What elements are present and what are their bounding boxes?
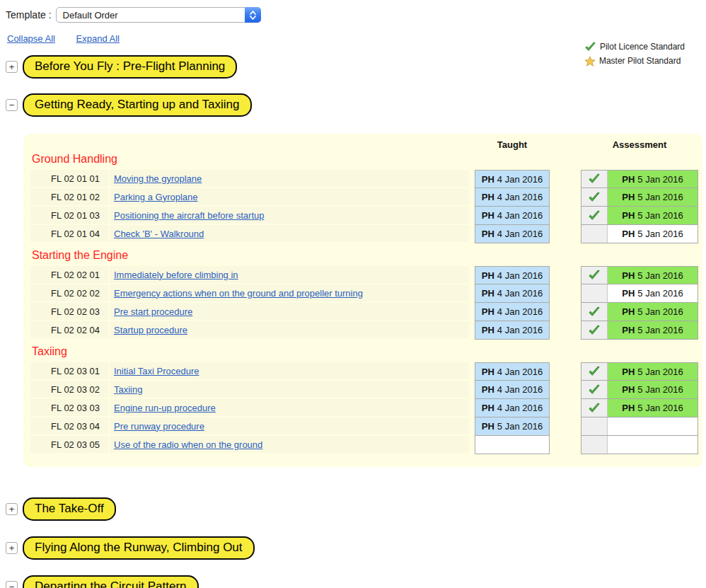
item-link[interactable]: Pre runway procedure: [114, 421, 204, 432]
assessment-check-box[interactable]: [581, 363, 608, 380]
assessment-check-box[interactable]: [581, 436, 608, 454]
green-check-icon: [584, 42, 596, 52]
select-stepper-icon[interactable]: [245, 7, 261, 23]
assessment-date-cell[interactable]: PH5 Jan 2016: [608, 171, 698, 188]
taught-cell[interactable]: PH4 Jan 2016: [475, 321, 550, 340]
item-title-cell: Pre runway procedure: [110, 417, 469, 436]
assessment-date-cell[interactable]: PH5 Jan 2016: [608, 381, 698, 398]
assessment-cell[interactable]: PH5 Jan 2016: [581, 321, 698, 340]
assessment-check-box[interactable]: [581, 207, 608, 224]
assessment-date-cell[interactable]: PH5 Jan 2016: [608, 321, 698, 339]
item-link[interactable]: Startup procedure: [114, 325, 187, 335]
assessment-check-box[interactable]: [581, 399, 608, 417]
assessment-cell[interactable]: PH5 Jan 2016: [581, 224, 698, 243]
assessment-cell[interactable]: PH5 Jan 2016: [581, 398, 698, 417]
assessment-date-cell[interactable]: [608, 417, 698, 435]
table-row: FL 02 02 03 Pre start procedure PH4 Jan …: [30, 303, 702, 321]
collapse-toggle[interactable]: −: [6, 99, 18, 111]
item-title-cell: Use of the radio when on the ground: [110, 436, 469, 454]
section-title-button[interactable]: Before You Fly : Pre-Flight Planning: [23, 55, 237, 79]
assessment-cell[interactable]: PH5 Jan 2016: [581, 302, 698, 321]
expand-toggle[interactable]: +: [6, 503, 18, 515]
expand-all-link[interactable]: Expand All: [76, 33, 120, 44]
assessment-date-cell[interactable]: PH5 Jan 2016: [608, 284, 698, 302]
taught-cell[interactable]: PH4 Jan 2016: [475, 302, 550, 321]
taught-cell[interactable]: PH4 Jan 2016: [475, 224, 550, 243]
taught-cell[interactable]: PH5 Jan 2016: [475, 417, 550, 436]
assessment-date-cell[interactable]: PH5 Jan 2016: [608, 225, 698, 243]
assessment-cell[interactable]: [581, 417, 698, 436]
item-link[interactable]: Use of the radio when on the ground: [114, 439, 262, 450]
section-title-button[interactable]: Getting Ready, Starting up and Taxiing: [23, 93, 252, 117]
item-code: FL 02 01 02: [30, 188, 110, 207]
assessment-date-cell[interactable]: PH5 Jan 2016: [608, 303, 698, 321]
green-check-icon: [588, 210, 601, 221]
item-title-cell: Taxiing: [110, 381, 469, 399]
assessment-cell[interactable]: PH5 Jan 2016: [581, 380, 698, 399]
legend-label: Pilot Licence Standard: [600, 42, 685, 52]
item-link[interactable]: Emergency actions when on the ground and…: [114, 288, 363, 299]
assessment-date-cell[interactable]: PH5 Jan 2016: [608, 207, 698, 224]
item-code: FL 02 01 03: [30, 207, 110, 225]
syllabus-sections: + Before You Fly : Pre-Flight Planning −…: [6, 55, 706, 588]
assessment-cell[interactable]: PH5 Jan 2016: [581, 284, 698, 303]
green-check-icon: [588, 366, 601, 377]
assessment-check-box[interactable]: [581, 381, 608, 398]
expanded-panel-body: Ground Handling FL 02 01 01 Moving the g…: [30, 153, 702, 454]
taught-cell[interactable]: PH4 Jan 2016: [475, 170, 550, 188]
section-title-button[interactable]: Departing the Circuit Pattern: [23, 575, 199, 588]
table-row: FL 02 03 02 Taxiing PH4 Jan 2016 PH5 Jan…: [30, 381, 702, 399]
section-title-button[interactable]: Flying Along the Runway, Climbing Out: [23, 536, 255, 560]
item-link[interactable]: Taxiing: [114, 384, 142, 395]
item-link[interactable]: Check 'B' - Walkround: [114, 229, 204, 239]
item-link[interactable]: Immediately before climbing in: [114, 270, 238, 280]
item-link[interactable]: Initial Taxi Procedure: [114, 366, 199, 376]
template-select[interactable]: Default Order: [56, 7, 261, 23]
assessment-cell[interactable]: PH5 Jan 2016: [581, 362, 698, 381]
assessment-check-box[interactable]: [581, 225, 608, 243]
item-link[interactable]: Engine run-up procedure: [114, 403, 216, 413]
assessment-date-cell[interactable]: PH5 Jan 2016: [608, 399, 698, 417]
taught-cell[interactable]: PH4 Jan 2016: [475, 266, 550, 284]
assessment-date-cell[interactable]: PH5 Jan 2016: [608, 267, 698, 284]
assessment-date-cell[interactable]: PH5 Jan 2016: [608, 188, 698, 206]
assessment-cell[interactable]: PH5 Jan 2016: [581, 170, 698, 188]
collapse-toggle[interactable]: −: [6, 581, 18, 588]
assessment-check-box[interactable]: [581, 267, 608, 284]
gold-star-icon: [584, 56, 596, 67]
taught-cell[interactable]: PH4 Jan 2016: [475, 398, 550, 417]
assessment-cell[interactable]: [581, 435, 698, 454]
assessment-cell[interactable]: PH5 Jan 2016: [581, 188, 698, 207]
item-link[interactable]: Pre start procedure: [114, 306, 192, 317]
assessment-date-cell[interactable]: [608, 436, 698, 454]
taught-cell[interactable]: PH4 Jan 2016: [475, 188, 550, 207]
assessment-cell[interactable]: PH5 Jan 2016: [581, 266, 698, 284]
assessment-check-box[interactable]: [581, 284, 608, 302]
item-code: FL 02 02 04: [30, 321, 110, 340]
table-row: FL 02 03 03 Engine run-up procedure PH4 …: [30, 399, 702, 417]
collapse-all-link[interactable]: Collapse All: [7, 33, 55, 44]
taught-cell[interactable]: PH4 Jan 2016: [475, 284, 550, 303]
item-link[interactable]: Moving the gyroplane: [114, 173, 202, 184]
expand-toggle[interactable]: +: [6, 542, 18, 554]
item-link[interactable]: Parking a Gyroplane: [114, 192, 198, 202]
item-title-cell: Startup procedure: [110, 321, 469, 340]
green-check-icon: [588, 325, 601, 336]
assessment-check-box[interactable]: [581, 303, 608, 321]
expand-toggle[interactable]: +: [6, 61, 18, 73]
section-title-button[interactable]: The Take-Off: [23, 497, 116, 521]
assessment-check-box[interactable]: [581, 321, 608, 339]
table-row: FL 02 02 04 Startup procedure PH4 Jan 20…: [30, 321, 702, 340]
assessment-check-box[interactable]: [581, 417, 608, 435]
taught-cell[interactable]: PH4 Jan 2016: [475, 362, 550, 381]
taught-cell[interactable]: [475, 435, 550, 454]
assessment-date-cell[interactable]: PH5 Jan 2016: [608, 363, 698, 380]
assessment-check-box[interactable]: [581, 188, 608, 206]
item-link[interactable]: Positioning the aircraft before startup: [114, 210, 264, 221]
taught-cell[interactable]: PH4 Jan 2016: [475, 206, 550, 225]
item-code: FL 02 03 04: [30, 417, 110, 436]
assessment-check-box[interactable]: [581, 171, 608, 188]
taught-cell[interactable]: PH4 Jan 2016: [475, 380, 550, 399]
group-rows: FL 02 02 01 Immediately before climbing …: [30, 266, 702, 340]
assessment-cell[interactable]: PH5 Jan 2016: [581, 206, 698, 225]
